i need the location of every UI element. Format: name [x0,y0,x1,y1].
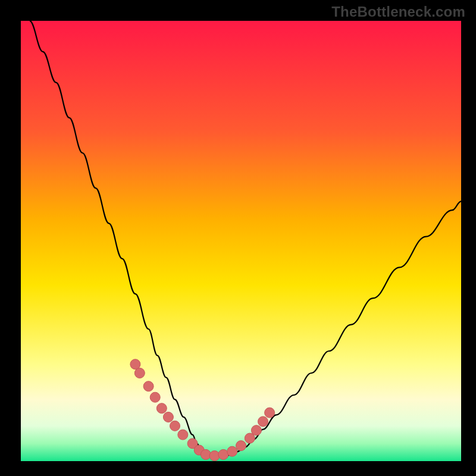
bottleneck-curve [30,21,461,457]
curve-marker [265,408,275,418]
marker-group [130,359,275,461]
curve-marker [258,416,268,427]
curve-marker [201,449,211,459]
curve-marker [236,441,246,451]
curve-marker [163,412,173,422]
plot-area [21,21,461,461]
curve-marker [134,368,145,378]
curve-marker [178,430,188,440]
chart-frame: TheBottleneck.com [0,0,476,476]
curve-marker [156,403,167,414]
watermark-text: TheBottleneck.com [331,4,465,20]
curve-marker [251,425,261,436]
curve-marker [209,451,220,461]
curve-marker [227,446,237,456]
curve-marker [150,392,160,402]
curve-marker [143,381,154,392]
curve-marker [170,421,180,431]
curve-layer [21,21,461,461]
